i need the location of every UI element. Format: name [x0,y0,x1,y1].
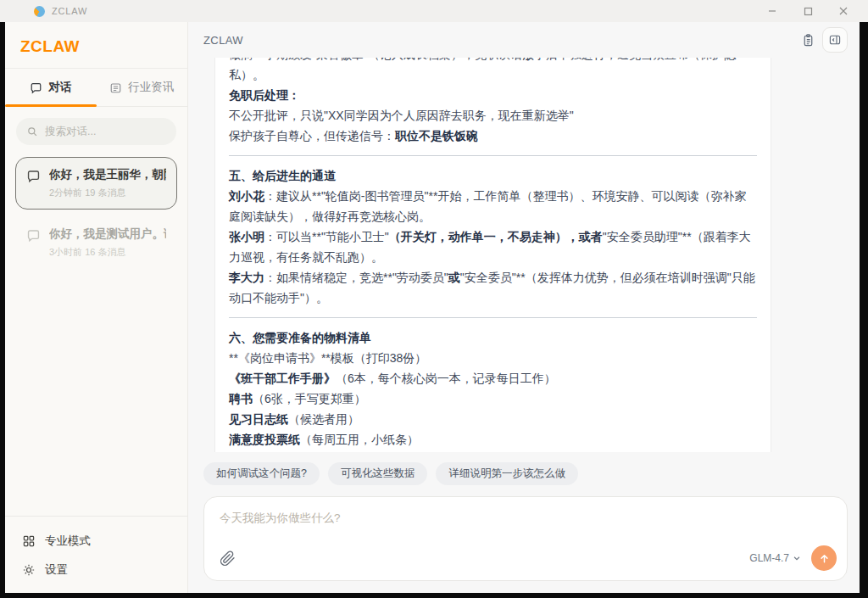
divider [229,155,757,156]
suggestion-chip[interactable]: 如何调试这个问题? [203,462,320,485]
app-window: ZCLAW 对话 行业资讯 搜索对话... 你好，我是王丽华，朝阳区...2分钟… [5,22,860,593]
pro-mode-label: 专业模式 [45,534,91,549]
gear-icon [22,563,36,577]
message-paragraph: 五、给后进生的通道 [229,165,757,186]
maximize-button[interactable] [793,2,822,20]
chat-bubble-icon [26,169,41,187]
page-title: ZCLAW [203,34,243,47]
search-placeholder: 搜索对话... [45,125,96,139]
search-icon [26,126,38,137]
brand-logo: ZCLAW [5,22,187,68]
side-panel-icon [828,33,842,47]
message-paragraph: 做满一学期颁发"荣誉徽章"（记入成长档案），免职谈话放学后单独进行，避免当众宣布… [229,58,757,85]
settings-label: 设置 [45,562,68,578]
sidebar-footer: 专业模式 设置 [5,516,187,593]
message-paragraph: 《班干部工作手册》（6本，每个核心岗一本，记录每日工作） [229,368,757,388]
chat-meta: 3小时前 16 条消息 [49,246,166,259]
message-paragraph: 免职后处理： [229,85,757,105]
news-icon [109,81,122,94]
chat-scroll-area[interactable]: 做满一学期颁发"荣誉徽章"（记入成长档案），免职谈话放学后单独进行，避免当众宣布… [188,58,860,452]
message-paragraph: 不公开批评，只说"XX同学因为个人原因辞去职务，现在重新选举" [229,105,757,126]
divider [229,317,757,318]
chat-bubble-icon [26,228,41,246]
message-input[interactable]: 今天我能为你做些什么? [220,511,341,526]
chat-list: 你好，我是王丽华，朝阳区...2分钟前 19 条消息你好，我是测试用户。请确..… [5,150,187,516]
attach-file-button[interactable] [220,550,236,567]
window-title: ZCLAW [52,6,87,16]
grid-icon [22,534,36,548]
assistant-message: 做满一学期颁发"荣誉徽章"（记入成长档案），免职谈话放学后单独进行，避免当众宣布… [229,58,757,452]
close-button[interactable] [829,2,858,20]
suggestion-chips: 如何调试这个问题?可视化这些数据详细说明第一步该怎么做 [188,452,860,485]
message-paragraph: 保护孩子自尊心，但传递信号：职位不是铁饭碗 [229,126,757,146]
message-paragraph: 张小明：可以当**"节能小卫士"（开关灯，动作单一，不易走神），或者"安全委员助… [229,226,757,267]
tab-industry-news[interactable]: 行业资讯 [97,69,188,106]
clipboard-icon [801,33,815,48]
main-header: ZCLAW [188,22,860,58]
minimize-button[interactable] [758,2,787,20]
chat-list-item[interactable]: 你好，我是王丽华，朝阳区...2分钟前 19 条消息 [15,157,177,210]
suggestion-chip[interactable]: 详细说明第一步该怎么做 [436,462,578,485]
model-label: GLM-4.7 [749,552,789,564]
message-paragraph: 六、您需要准备的物料清单 [229,327,757,348]
tab-conversations[interactable]: 对话 [5,69,97,106]
chat-meta: 2分钟前 19 条消息 [49,187,166,199]
composer: 今天我能为你做些什么? GLM-4.7 [203,496,848,581]
message-paragraph: **《岗位申请书》**模板（打印38份） [229,348,757,368]
search-input[interactable]: 搜索对话... [16,118,176,145]
model-selector[interactable]: GLM-4.7 [749,552,801,564]
message-paragraph: 见习日志纸（候选者用） [229,409,757,429]
message-paragraph: 聘书（6张，手写更郑重） [229,388,757,409]
tab-label: 行业资讯 [128,80,174,95]
sidebar: ZCLAW 对话 行业资讯 搜索对话... 你好，我是王丽华，朝阳区...2分钟… [5,22,188,593]
settings-button[interactable]: 设置 [5,556,187,584]
chat-list-item[interactable]: 你好，我是测试用户。请确...3小时前 16 条消息 [15,216,177,269]
chat-title: 你好，我是测试用户。请确... [49,226,166,242]
assistant-message-card: 做满一学期颁发"荣誉徽章"（记入成长档案），免职谈话放学后单独进行，避免当众宣布… [214,58,771,452]
chevron-down-icon [793,554,801,562]
send-button[interactable] [811,545,837,571]
message-paragraph: 李大力：如果情绪稳定，竞选**"劳动委员"或"安全委员"**（发挥体力优势，但必… [229,267,757,308]
arrow-up-icon [818,552,831,565]
copy-transcript-button[interactable] [801,33,815,48]
sidebar-tabs: 对话 行业资讯 [5,69,187,107]
chat-bubble-icon [30,81,42,94]
suggestion-chip[interactable]: 可视化这些数据 [328,462,428,485]
app-logo-icon [34,6,45,17]
chat-title: 你好，我是王丽华，朝阳区... [49,167,166,182]
main-area: ZCLAW 做满一学期颁发"荣誉徽章"（记入成长档案），免职谈话放学后单独进行，… [188,22,860,593]
paperclip-icon [220,550,236,567]
pro-mode-button[interactable]: 专业模式 [5,527,187,556]
message-paragraph: 刘小花：建议从**"轮值岗-图书管理员"**开始，工作简单（整理书）、环境安静、… [229,186,757,226]
toggle-panel-button[interactable] [822,27,848,53]
tab-label: 对话 [48,80,71,95]
window-titlebar: ZCLAW [0,0,868,22]
message-paragraph: 满意度投票纸（每周五用，小纸条） [229,429,757,450]
